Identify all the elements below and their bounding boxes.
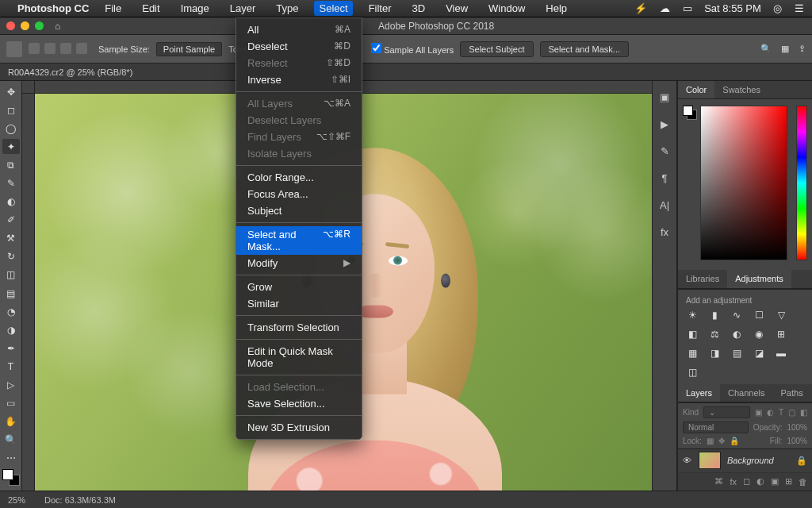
lock-position-icon[interactable]: ✥: [718, 437, 725, 445]
dodge-tool-icon[interactable]: ◑: [2, 322, 20, 337]
layer-thumbnail[interactable]: [699, 452, 721, 469]
clone-stamp-tool-icon[interactable]: ⚒: [2, 231, 20, 246]
tab-color[interactable]: Color: [678, 81, 714, 98]
sample-all-layers-checkbox[interactable]: Sample All Layers: [371, 43, 454, 55]
menu-item-similar[interactable]: Similar: [236, 295, 362, 312]
minimize-window-icon[interactable]: [21, 21, 29, 30]
zoom-level[interactable]: 25%: [8, 495, 25, 505]
spotlight-icon[interactable]: ◎: [773, 2, 782, 14]
channel-mixer-icon[interactable]: ⊞: [775, 329, 787, 340]
move-tool-icon[interactable]: ✥: [2, 84, 20, 99]
play-panel-icon[interactable]: ▶: [657, 117, 672, 130]
hue-slider[interactable]: [796, 106, 807, 260]
layer-style-icon[interactable]: fx: [730, 477, 737, 487]
menu-item-inverse[interactable]: Inverse⇧⌘I: [236, 71, 362, 88]
menu-window[interactable]: Window: [484, 1, 530, 16]
tab-adjustments[interactable]: Adjustments: [727, 270, 791, 287]
lookup-icon[interactable]: ▦: [686, 348, 699, 359]
kind-filter-select[interactable]: ⌄: [703, 406, 750, 418]
layer-name[interactable]: Background: [727, 456, 790, 465]
brush-tool-icon[interactable]: ✐: [2, 213, 20, 228]
filter-shape-icon[interactable]: ▢: [788, 408, 795, 417]
menu-item-deselect[interactable]: Deselect⌘D: [236, 38, 362, 55]
clock[interactable]: Sat 8:55 PM: [704, 2, 761, 14]
menu-file[interactable]: File: [100, 1, 126, 16]
magic-wand-tool-icon[interactable]: ✦: [2, 139, 20, 154]
color-balance-icon[interactable]: ⚖: [708, 329, 721, 340]
pen-tool-icon[interactable]: ✒: [2, 341, 20, 356]
filter-adjustment-icon[interactable]: ◐: [767, 408, 774, 417]
menu-view[interactable]: View: [441, 1, 473, 16]
menu-edit[interactable]: Edit: [137, 1, 164, 16]
menu-type[interactable]: Type: [271, 1, 303, 16]
brush-panel-icon[interactable]: ✎: [657, 144, 672, 157]
selection-mode-icons[interactable]: [29, 43, 92, 56]
ruler-vertical[interactable]: [22, 94, 35, 491]
workspace-icon[interactable]: ▦: [781, 44, 789, 54]
battery-icon[interactable]: ▭: [683, 2, 692, 14]
menu-item-color-range[interactable]: Color Range...: [236, 169, 362, 186]
layer-row[interactable]: 👁 Background 🔒: [678, 449, 812, 473]
close-window-icon[interactable]: [6, 21, 15, 30]
lock-pixels-icon[interactable]: ▦: [707, 437, 714, 445]
document-tab[interactable]: R00A4329.cr2 @ 25% (RGB/8*): [0, 64, 812, 81]
lasso-tool-icon[interactable]: ◯: [2, 121, 20, 136]
vibrance-icon[interactable]: ▽: [775, 310, 787, 321]
filter-image-icon[interactable]: ▣: [755, 408, 762, 417]
tool-preset-icon[interactable]: [6, 41, 22, 57]
app-name[interactable]: Photoshop CC: [17, 2, 89, 14]
selective-color-icon[interactable]: ◫: [686, 367, 699, 378]
eraser-tool-icon[interactable]: ◫: [2, 267, 20, 283]
sample-size-select[interactable]: Point Sample: [156, 42, 222, 56]
layer-mask-icon[interactable]: ◻: [743, 476, 750, 487]
color-swatch-icon[interactable]: [683, 106, 697, 120]
hue-icon[interactable]: ◧: [686, 329, 699, 340]
select-and-mask-button[interactable]: Select and Mask...: [540, 41, 630, 57]
blend-mode-select[interactable]: Normal: [683, 421, 749, 433]
home-icon[interactable]: ⌂: [55, 21, 60, 32]
type-tool-icon[interactable]: T: [2, 359, 20, 374]
link-layers-icon[interactable]: ⌘: [714, 476, 723, 487]
edit-toolbar-icon[interactable]: ⋯: [2, 451, 20, 466]
exposure-icon[interactable]: ☐: [753, 310, 765, 321]
menu-item-new-3d-extrusion[interactable]: New 3D Extrusion: [236, 419, 362, 436]
color-field[interactable]: [700, 106, 787, 260]
menu-item-save-selection[interactable]: Save Selection...: [236, 395, 362, 412]
tab-swatches[interactable]: Swatches: [714, 81, 768, 98]
hand-tool-icon[interactable]: ✋: [2, 414, 20, 429]
select-subject-button[interactable]: Select Subject: [460, 41, 533, 57]
lock-icon[interactable]: 🔒: [796, 456, 807, 466]
photo-filter-icon[interactable]: ◉: [753, 329, 765, 340]
menu-item-select-and-mask[interactable]: Select and Mask...⌥⌘R: [236, 226, 362, 255]
filter-smart-icon[interactable]: ◧: [800, 408, 807, 417]
menu-layer[interactable]: Layer: [225, 1, 261, 16]
bw-icon[interactable]: ◐: [730, 329, 743, 340]
menu-item-all[interactable]: All⌘A: [236, 21, 362, 38]
delete-layer-icon[interactable]: 🗑: [799, 477, 807, 487]
styles-panel-icon[interactable]: fx: [657, 225, 672, 238]
menu-filter[interactable]: Filter: [364, 1, 396, 16]
menu-select[interactable]: Select: [314, 1, 352, 16]
search-icon[interactable]: 🔍: [760, 44, 772, 54]
zoom-tool-icon[interactable]: 🔍: [2, 433, 20, 448]
healing-brush-tool-icon[interactable]: ◐: [2, 194, 20, 210]
menu-item-focus-area[interactable]: Focus Area...: [236, 186, 362, 202]
brightness-icon[interactable]: ☀: [686, 310, 699, 321]
tab-paths[interactable]: Paths: [773, 384, 811, 402]
lock-all-icon[interactable]: 🔒: [730, 437, 739, 445]
menu-image[interactable]: Image: [176, 1, 214, 16]
paragraph-panel-icon[interactable]: ¶: [657, 171, 672, 184]
foreground-background-swatches[interactable]: [2, 469, 20, 486]
tab-channels[interactable]: Channels: [720, 384, 772, 402]
menu-item-modify[interactable]: Modify▶: [236, 255, 362, 271]
levels-icon[interactable]: ▮: [708, 310, 721, 321]
threshold-icon[interactable]: ◪: [753, 348, 765, 359]
menu-item-subject[interactable]: Subject: [236, 202, 362, 219]
menu-help[interactable]: Help: [541, 1, 572, 16]
share-icon[interactable]: ⇪: [799, 44, 806, 54]
zoom-window-icon[interactable]: [35, 21, 44, 30]
history-brush-tool-icon[interactable]: ↻: [2, 249, 20, 264]
invert-icon[interactable]: ◨: [708, 348, 721, 359]
shape-tool-icon[interactable]: ▭: [2, 396, 20, 411]
new-layer-icon[interactable]: ⊞: [785, 476, 792, 487]
